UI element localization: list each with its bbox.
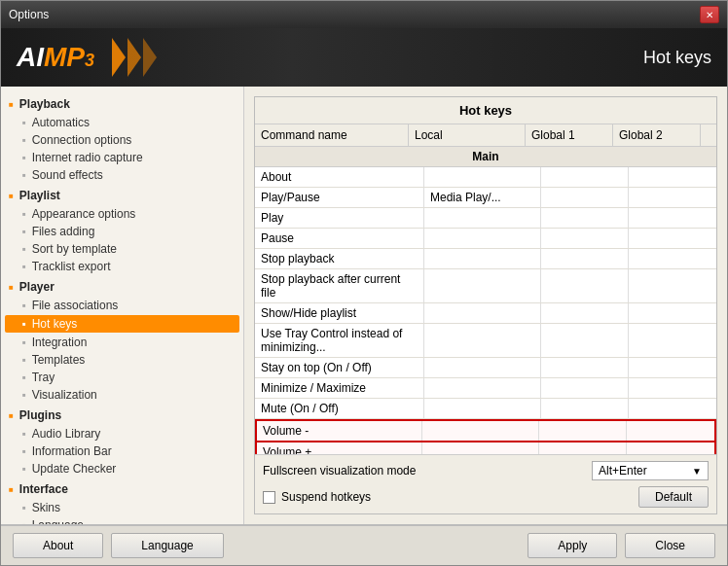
table-row[interactable]: Mute (On / Off)	[255, 399, 716, 419]
main-content: Playback Automatics Connection options I…	[1, 87, 727, 524]
hotkeys-scroll[interactable]: Main About Play/Pause Media Play/...	[255, 147, 716, 454]
sidebar-section-player: Player File associations Hot keys Integr…	[1, 277, 243, 404]
table-row[interactable]: Minimize / Maximize	[255, 378, 716, 399]
sidebar-item-templates[interactable]: Templates	[1, 351, 243, 369]
g2-about	[629, 167, 716, 187]
sidebar-item-connection-options[interactable]: Connection options	[1, 131, 243, 149]
sidebar-section-plugins: Plugins Audio Library Information Bar Up…	[1, 406, 243, 478]
cmd-about: About	[255, 167, 424, 187]
fullscreen-label: Fullscreen visualization mode	[263, 464, 584, 478]
sidebar-item-appearance-options[interactable]: Appearance options	[1, 205, 243, 223]
table-row[interactable]: About	[255, 167, 716, 188]
table-row-volume-up[interactable]: Volume +	[255, 442, 716, 454]
suspend-row: Suspend hotkeys Default	[263, 486, 709, 508]
table-row[interactable]: Play	[255, 208, 716, 229]
cmd-pause: Pause	[255, 229, 424, 248]
close-window-button[interactable]: ✕	[700, 6, 719, 23]
sidebar-section-header-interface: Interface	[1, 479, 243, 499]
g1-playpause	[541, 188, 629, 207]
default-button[interactable]: Default	[638, 486, 709, 508]
cmd-minimize-maximize: Minimize / Maximize	[255, 378, 424, 398]
sidebar-section-playlist: Playlist Appearance options Files adding…	[1, 186, 243, 275]
section-main-header: Main	[255, 147, 716, 167]
logo-area: AIMP3	[17, 38, 157, 77]
col-local: Local	[409, 124, 526, 146]
sidebar-section-header-plugins: Plugins	[1, 406, 243, 425]
sidebar: Playback Automatics Connection options I…	[1, 87, 244, 524]
col-command: Command name	[255, 124, 409, 146]
title-bar-controls: ✕	[700, 6, 719, 23]
header-bar: AIMP3 Hot keys	[1, 28, 727, 87]
sidebar-section-header-player: Player	[1, 277, 243, 297]
apply-button[interactable]: Apply	[528, 533, 617, 558]
col-global1: Global 1	[526, 124, 613, 146]
title-bar: Options ✕	[1, 1, 727, 28]
sidebar-item-internet-radio[interactable]: Internet radio capture	[1, 149, 243, 166]
cmd-mute: Mute (On / Off)	[255, 399, 424, 418]
close-button[interactable]: Close	[625, 533, 715, 558]
about-button[interactable]: About	[13, 533, 103, 558]
hotkeys-panel-title: Hot keys	[255, 97, 716, 124]
dropdown-arrow-icon: ▼	[692, 466, 702, 477]
g2-playpause	[629, 188, 716, 207]
sidebar-item-skins[interactable]: Skins	[1, 499, 243, 516]
suspend-checkbox[interactable]	[263, 491, 275, 504]
language-button[interactable]: Language	[111, 533, 223, 558]
content-area: Hot keys Command name Local Global 1 Glo…	[244, 87, 727, 524]
table-row[interactable]: Stay on top (On / Off)	[255, 358, 716, 378]
cmd-show-hide-playlist: Show/Hide playlist	[255, 303, 424, 323]
sidebar-item-files-adding[interactable]: Files adding	[1, 223, 243, 240]
cmd-stop-after: Stop playback after current file	[255, 269, 424, 302]
sidebar-item-tracklist-export[interactable]: Tracklist export	[1, 258, 243, 275]
local-about	[424, 167, 541, 187]
g1-about	[541, 167, 629, 187]
cmd-volume-down: Volume -	[257, 421, 422, 441]
suspend-label: Suspend hotkeys	[281, 490, 371, 504]
col-scroll-placeholder	[701, 124, 716, 146]
cmd-playpause: Play/Pause	[255, 188, 424, 207]
hotkeys-table-header: Command name Local Global 1 Global 2	[255, 124, 716, 147]
options-window: Options ✕ AIMP3 Hot keys Playback Automa…	[0, 0, 728, 566]
footer: About Language Apply Close	[1, 524, 727, 565]
sidebar-item-sound-effects[interactable]: Sound effects	[1, 166, 243, 184]
sidebar-item-hot-keys[interactable]: Hot keys	[5, 315, 239, 333]
sidebar-section-playback: Playback Automatics Connection options I…	[1, 94, 243, 184]
sidebar-item-tray[interactable]: Tray	[1, 369, 243, 386]
sidebar-section-header-playback: Playback	[1, 94, 243, 114]
cmd-tray-control: Use Tray Control instead of minimizing..…	[255, 324, 424, 357]
fullscreen-row: Fullscreen visualization mode Alt+Enter …	[263, 461, 709, 480]
cmd-stop: Stop playback	[255, 249, 424, 268]
sidebar-item-sort-by-template[interactable]: Sort by template	[1, 240, 243, 258]
local-playpause: Media Play/...	[424, 188, 541, 207]
sidebar-item-update-checker[interactable]: Update Checker	[1, 460, 243, 478]
sidebar-item-audio-library[interactable]: Audio Library	[1, 425, 243, 442]
sidebar-item-information-bar[interactable]: Information Bar	[1, 442, 243, 460]
col-global2: Global 2	[613, 124, 701, 146]
table-row-volume-down[interactable]: Volume -	[255, 419, 716, 442]
window-title: Options	[9, 8, 49, 21]
hotkeys-panel: Hot keys Command name Local Global 1 Glo…	[254, 96, 717, 514]
table-row[interactable]: Play/Pause Media Play/...	[255, 188, 716, 208]
sidebar-item-integration[interactable]: Integration	[1, 334, 243, 351]
sidebar-section-header-playlist: Playlist	[1, 186, 243, 205]
cmd-stay-on-top: Stay on top (On / Off)	[255, 358, 424, 377]
cmd-play: Play	[255, 208, 424, 228]
sidebar-section-interface: Interface Skins Language	[1, 479, 243, 524]
bottom-controls: Fullscreen visualization mode Alt+Enter …	[255, 454, 716, 513]
table-row[interactable]: Pause	[255, 229, 716, 249]
table-row[interactable]: Stop playback	[255, 249, 716, 269]
sidebar-item-file-associations[interactable]: File associations	[1, 297, 243, 314]
suspend-checkbox-area: Suspend hotkeys	[263, 490, 631, 504]
sidebar-item-visualization[interactable]: Visualization	[1, 386, 243, 404]
logo-text: AIMP3	[17, 42, 94, 73]
sidebar-item-language[interactable]: Language	[1, 516, 243, 524]
fullscreen-value-dropdown[interactable]: Alt+Enter ▼	[592, 461, 709, 480]
table-row[interactable]: Stop playback after current file	[255, 269, 716, 303]
cmd-volume-up: Volume +	[257, 442, 422, 454]
fullscreen-value-text: Alt+Enter	[599, 464, 647, 478]
header-section-title: Hot keys	[643, 48, 711, 68]
sidebar-item-automatics[interactable]: Automatics	[1, 114, 243, 131]
table-row[interactable]: Use Tray Control instead of minimizing..…	[255, 324, 716, 358]
table-row[interactable]: Show/Hide playlist	[255, 303, 716, 324]
chevrons-decoration	[110, 38, 157, 77]
